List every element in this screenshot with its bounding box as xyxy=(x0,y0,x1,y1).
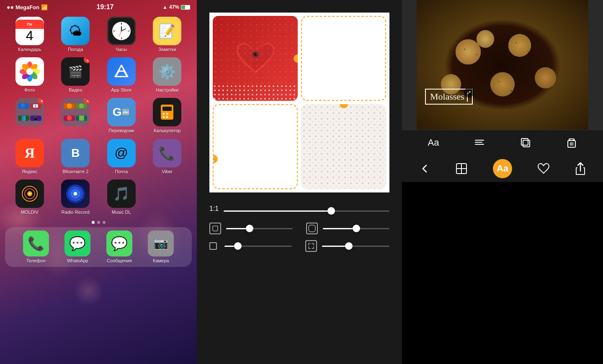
gap-slider-row xyxy=(209,240,389,252)
dock: 📞 Телефон 💬 WhatsApp 💬 Сообщения 📷 Камер… xyxy=(5,227,192,267)
app-group2[interactable]: 🟠 🟢 🔴 🟩 1 xyxy=(54,98,97,133)
collage-controls: 1:1 xyxy=(209,201,389,262)
text-editor-canvas: Molasses ↗ xyxy=(402,0,603,130)
font-style-button[interactable]: Aa xyxy=(425,134,442,151)
app-label-translate: Переводчик xyxy=(108,128,134,133)
svg-point-22 xyxy=(170,113,172,115)
resize-handle[interactable]: ↗ xyxy=(464,87,474,97)
app-photos[interactable]: Фото xyxy=(8,57,51,93)
status-bar: ●● MegaFon 📶 19:17 ▲ 47% xyxy=(0,0,197,13)
text-overlay-box[interactable]: Molasses ↗ xyxy=(425,89,473,105)
app-group1[interactable]: 🔵 📧 📘 📱 1 xyxy=(8,98,51,133)
layer-svg xyxy=(520,137,531,149)
appstore-icon-svg xyxy=(112,62,131,81)
app-calc[interactable]: Калькулятор xyxy=(146,98,189,133)
collage-cell-topright[interactable] xyxy=(301,16,386,101)
app-yandex[interactable]: Я Яндекс xyxy=(8,139,51,174)
page-dot-2 xyxy=(97,221,100,224)
signal-dots: ●● xyxy=(7,4,14,10)
app-empty xyxy=(146,179,189,215)
expand-icon xyxy=(305,240,317,252)
text-bottom-nav: Aa xyxy=(402,155,603,182)
app-translate[interactable]: G 🔤 Переводчик xyxy=(100,98,143,133)
badge-video: 1 xyxy=(84,57,90,63)
svg-rect-38 xyxy=(213,226,218,231)
svg-point-21 xyxy=(166,113,168,115)
layout-svg xyxy=(455,162,468,175)
record-icon-svg xyxy=(65,183,86,204)
location-icon: ▲ xyxy=(162,4,168,10)
collage-canvas[interactable] xyxy=(209,13,389,192)
app-label-calendar: Календарь xyxy=(18,47,41,52)
gap-slider-track2[interactable] xyxy=(322,246,389,247)
app-appstore[interactable]: App Store xyxy=(100,57,143,93)
border-radius-large-icon xyxy=(306,223,318,234)
cookie-seeds xyxy=(417,0,588,130)
app-label-photos: Фото xyxy=(24,87,35,93)
layer-button[interactable] xyxy=(517,134,534,151)
app-clock[interactable]: Часы xyxy=(100,17,143,52)
moldiv-icon-svg xyxy=(19,183,40,204)
layout-button[interactable] xyxy=(455,162,468,175)
svg-point-20 xyxy=(163,113,165,115)
align-button[interactable] xyxy=(471,134,488,151)
app-label-yandex: Яндекс xyxy=(22,169,37,174)
collage-cell-bottomleft[interactable] xyxy=(213,104,298,189)
drag-handle-left[interactable] xyxy=(213,155,218,163)
app-calendar[interactable]: Пн 4 Календарь xyxy=(8,17,51,52)
app-mail[interactable]: @ Почта xyxy=(100,139,143,174)
app-label-calc: Калькулятор xyxy=(154,128,180,133)
app-musicdl[interactable]: 🎵 Music DL xyxy=(100,179,143,215)
heart-nav-svg xyxy=(537,163,550,174)
ratio-slider-row: 1:1 xyxy=(209,205,389,217)
app-vk[interactable]: В ВКонтакте 2 xyxy=(54,139,97,174)
svg-rect-39 xyxy=(309,225,315,232)
dock-phone[interactable]: 📞 Телефон xyxy=(23,231,49,264)
gap-small-icon xyxy=(209,242,217,250)
gap-slider-track1[interactable] xyxy=(224,246,292,247)
app-weather[interactable]: 🌤 Погода xyxy=(54,17,97,52)
font-aa-label: Aa xyxy=(428,137,439,148)
cookie-photo: Molasses ↗ xyxy=(417,0,588,130)
dock-camera[interactable]: 📷 Камера xyxy=(148,231,174,264)
share-button[interactable] xyxy=(575,162,586,175)
app-settings[interactable]: ⚙️ Настройки xyxy=(146,57,189,93)
heart-button[interactable] xyxy=(537,163,550,174)
app-record[interactable]: Radio Record xyxy=(54,179,97,215)
app-label-moldiv: MOLDIV xyxy=(21,210,39,215)
carrier-name: MegaFon xyxy=(15,4,39,10)
share-svg xyxy=(575,162,586,175)
calc-icon-svg xyxy=(157,103,177,122)
app-label-clock: Часы xyxy=(116,47,127,52)
border-slider-track2[interactable] xyxy=(323,228,389,229)
back-button[interactable] xyxy=(419,163,430,174)
svg-point-34 xyxy=(74,192,77,195)
badge-group1: 1 xyxy=(38,98,44,104)
dock-messages[interactable]: 💬 Сообщения xyxy=(106,231,132,264)
collage-editor-panel: 1:1 xyxy=(197,0,402,364)
page-dot-3 xyxy=(103,221,106,224)
badge-group2: 1 xyxy=(84,98,90,104)
font-circle-button[interactable]: Aa xyxy=(493,159,512,178)
svg-point-30 xyxy=(29,193,31,195)
dock-whatsapp[interactable]: 💬 WhatsApp xyxy=(64,231,90,264)
app-label-settings: Настройки xyxy=(156,87,178,93)
status-time: 19:17 xyxy=(97,3,114,11)
app-moldiv[interactable]: MOLDIV xyxy=(8,179,51,215)
app-label-viber: Viber xyxy=(162,169,173,174)
ratio-slider-track[interactable] xyxy=(224,210,389,212)
app-viber[interactable]: 📞 Viber xyxy=(146,139,189,174)
cookie-bg xyxy=(417,0,588,130)
svg-point-23 xyxy=(163,116,165,118)
collage-cell-topleft[interactable] xyxy=(213,16,298,101)
delete-button[interactable] xyxy=(563,134,580,151)
svg-rect-19 xyxy=(162,107,172,111)
align-svg xyxy=(474,137,485,149)
delete-svg xyxy=(566,137,577,149)
battery-percent: 47% xyxy=(169,4,179,10)
app-notes[interactable]: 📝 Заметки xyxy=(146,17,189,52)
border-radius-small-icon xyxy=(209,223,221,234)
border-slider-track1[interactable] xyxy=(226,228,293,229)
collage-cell-bottomright[interactable] xyxy=(301,104,386,189)
app-video[interactable]: 🎬 1 Видео xyxy=(54,57,97,93)
